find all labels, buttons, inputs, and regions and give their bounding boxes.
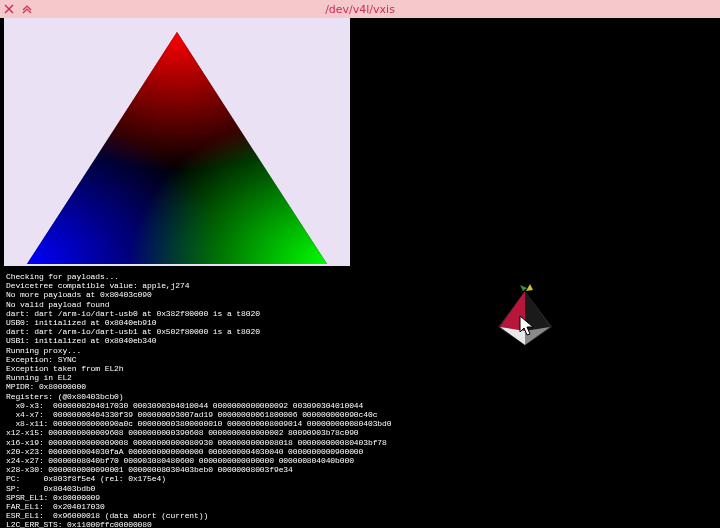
- content-area: Checking for payloads... Devicetree comp…: [0, 18, 720, 528]
- render-viewport: [4, 18, 350, 266]
- close-button[interactable]: [2, 2, 16, 16]
- window-title: /dev/v4l/vxis: [325, 3, 395, 16]
- svg-marker-11: [520, 285, 527, 291]
- mouse-cursor-icon: [519, 315, 535, 337]
- asahi-logo: [490, 283, 560, 355]
- rgb-triangle: [27, 32, 327, 264]
- svg-marker-13: [520, 316, 533, 335]
- console-output: Checking for payloads... Devicetree comp…: [6, 272, 466, 528]
- window-titlebar[interactable]: /dev/v4l/vxis: [0, 0, 720, 18]
- titlebar-controls: [0, 2, 34, 16]
- chevron-up-icon[interactable]: [20, 2, 34, 16]
- svg-marker-5: [27, 32, 327, 264]
- svg-marker-12: [526, 284, 533, 291]
